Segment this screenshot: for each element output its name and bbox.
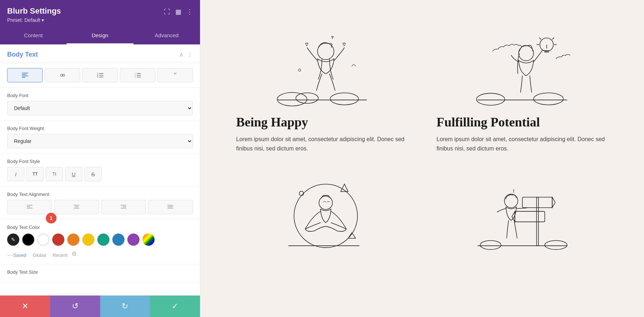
svg-rect-15	[137, 77, 141, 77]
body-font-weight-select[interactable]: Regular Thin Light Medium Bold Black	[7, 134, 193, 148]
color-swatch-orange[interactable]	[67, 234, 79, 246]
svg-rect-52	[515, 211, 545, 222]
section-title: Body Text	[7, 51, 38, 58]
svg-rect-16	[27, 205, 33, 206]
strikethrough-button[interactable]: S	[84, 167, 102, 181]
svg-point-56	[480, 241, 501, 250]
color-tab-global[interactable]: Global	[33, 253, 47, 258]
color-swatch-white[interactable]	[37, 234, 49, 246]
text-align-right-icon	[121, 205, 126, 209]
capitalize-button[interactable]: Tt	[46, 167, 63, 181]
color-swatch-teal[interactable]	[97, 234, 109, 246]
panel-title: Blurb Settings	[7, 6, 164, 16]
undo-button[interactable]: ↺	[50, 296, 100, 317]
uppercase-button[interactable]: TT	[26, 167, 44, 181]
color-dropper-button[interactable]: ✎	[7, 234, 19, 246]
save-button[interactable]: ✓	[150, 296, 200, 317]
color-settings-button[interactable]: ⚙	[72, 250, 77, 257]
redo-icon: ↻	[122, 302, 128, 311]
underline-button[interactable]: U	[65, 167, 82, 181]
color-swatch-purple[interactable]	[127, 234, 140, 246]
body-font-weight-label: Body Font Weight	[7, 126, 193, 131]
text-align-justify-icon	[167, 205, 173, 209]
svg-point-6	[97, 75, 98, 76]
svg-text:3.: 3.	[135, 76, 136, 78]
link-icon	[59, 73, 66, 77]
svg-point-47	[319, 196, 333, 210]
svg-point-32	[317, 43, 334, 60]
color-tabs: Saved Global Recent	[13, 253, 68, 258]
italic-icon: I	[15, 171, 16, 177]
text-align-left-button[interactable]	[7, 200, 52, 214]
svg-rect-7	[99, 75, 103, 76]
tab-content[interactable]: Content	[0, 27, 67, 44]
cancel-button[interactable]: ✕	[0, 296, 50, 317]
svg-rect-20	[75, 206, 78, 207]
more-options-icon[interactable]: ⋮	[186, 8, 193, 16]
body-font-select[interactable]: Default Arial Georgia Helvetica Times Ne…	[7, 101, 193, 115]
svg-rect-0	[22, 73, 28, 73]
meditation-illustration	[236, 167, 408, 253]
svg-point-4	[97, 73, 98, 74]
svg-rect-3	[22, 77, 25, 78]
color-more-button[interactable]: ···	[7, 251, 13, 259]
blurb-card-2: Fulfilling Potential Lorem ipsum dolor s…	[422, 14, 623, 160]
columns-icon[interactable]: ▦	[175, 8, 181, 16]
body-text-size-label: Body Text Size	[7, 269, 193, 275]
blurb-illustration-happy: ♥ ♥ ♥	[236, 21, 408, 107]
section-more-icon[interactable]: ⋮	[187, 51, 193, 58]
color-swatch-red[interactable]	[52, 234, 64, 246]
color-swatch-yellow[interactable]	[82, 234, 94, 246]
color-swatch-blue[interactable]	[112, 234, 125, 246]
blurb-title-2: Fulfilling Potential	[436, 115, 608, 130]
color-tab-saved[interactable]: Saved	[13, 253, 26, 258]
svg-rect-26	[167, 206, 173, 207]
blurb-illustration-meditation	[236, 167, 408, 253]
redo-button[interactable]: ↻	[100, 296, 150, 317]
svg-rect-24	[121, 208, 126, 208]
body-font-label: Body Font	[7, 93, 193, 98]
align-left-button[interactable]	[7, 68, 43, 82]
settings-panel: Blurb Settings Preset: Default ▾ ⛶ ▦ ⋮ C…	[0, 0, 200, 317]
section-header: Body Text ∧ ⋮	[0, 44, 200, 63]
blurb-card-1: ♥ ♥ ♥ Being Happy Lorem ipsum dolor sit …	[222, 14, 422, 160]
ol-button[interactable]: 1. 2. 3.	[120, 68, 155, 82]
collapse-icon[interactable]: ∧	[179, 51, 184, 58]
blurb-text-1: Lorem ipsum dolor sit amet, consectetur …	[236, 135, 408, 153]
color-swatch-black[interactable]	[22, 234, 34, 246]
svg-rect-1	[22, 74, 26, 75]
svg-rect-25	[167, 205, 173, 206]
svg-rect-2	[22, 76, 28, 76]
text-align-center-button[interactable]	[54, 200, 99, 214]
panel-preset[interactable]: Preset: Default ▾	[7, 17, 164, 23]
color-swatches: ✎	[7, 234, 193, 246]
panel-title-block: Blurb Settings Preset: Default ▾	[7, 6, 164, 23]
svg-rect-22	[121, 205, 126, 206]
fullscreen-icon[interactable]: ⛶	[164, 8, 170, 16]
panel-header: Blurb Settings Preset: Default ▾ ⛶ ▦ ⋮	[0, 0, 200, 27]
svg-rect-13	[137, 75, 141, 76]
text-align-right-button[interactable]	[101, 200, 146, 214]
panel-header-icons: ⛶ ▦ ⋮	[164, 8, 193, 16]
potential-illustration	[436, 21, 608, 107]
italic-button[interactable]: I	[7, 167, 24, 181]
blurb-illustration-potential	[436, 21, 608, 107]
blurb-illustration-direction: !	[436, 167, 608, 253]
quote-button[interactable]: "	[157, 68, 193, 82]
align-left-icon	[22, 73, 28, 78]
svg-point-31	[330, 93, 358, 105]
link-button[interactable]	[45, 68, 80, 82]
tab-design[interactable]: Design	[67, 27, 133, 44]
tab-advanced[interactable]: Advanced	[133, 27, 200, 44]
color-rainbow-button[interactable]	[142, 234, 155, 246]
body-font-weight-field: Body Font Weight Regular Thin Light Medi…	[0, 121, 200, 154]
color-tab-recent[interactable]: Recent	[53, 253, 67, 258]
svg-rect-50	[522, 197, 552, 208]
svg-point-36	[298, 69, 301, 71]
svg-rect-49	[537, 197, 538, 246]
ul-button[interactable]	[82, 68, 118, 82]
svg-text:♥: ♥	[342, 41, 346, 47]
text-align-left-icon	[27, 205, 33, 209]
text-align-justify-button[interactable]	[148, 200, 193, 214]
body-font-style-label: Body Font Style	[7, 159, 193, 164]
